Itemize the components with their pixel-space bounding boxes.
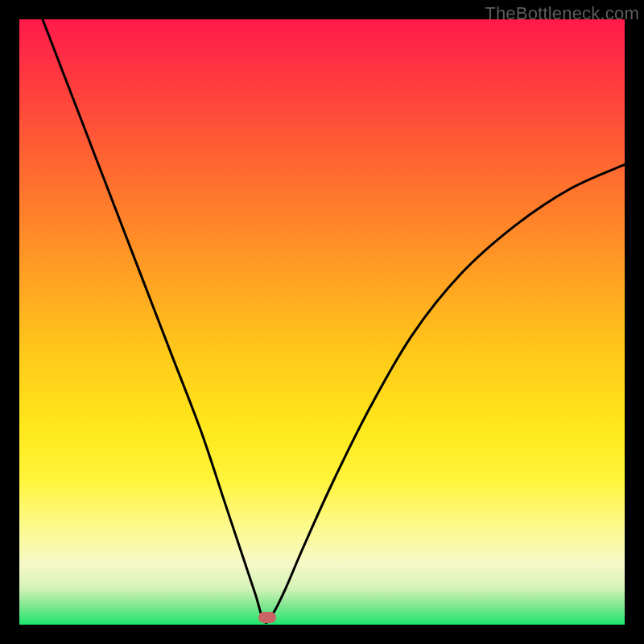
attribution-text: TheBottleneck.com [485,3,639,24]
bottleneck-curve [19,19,625,625]
optimal-point-marker [258,612,276,623]
chart-frame [19,19,625,625]
